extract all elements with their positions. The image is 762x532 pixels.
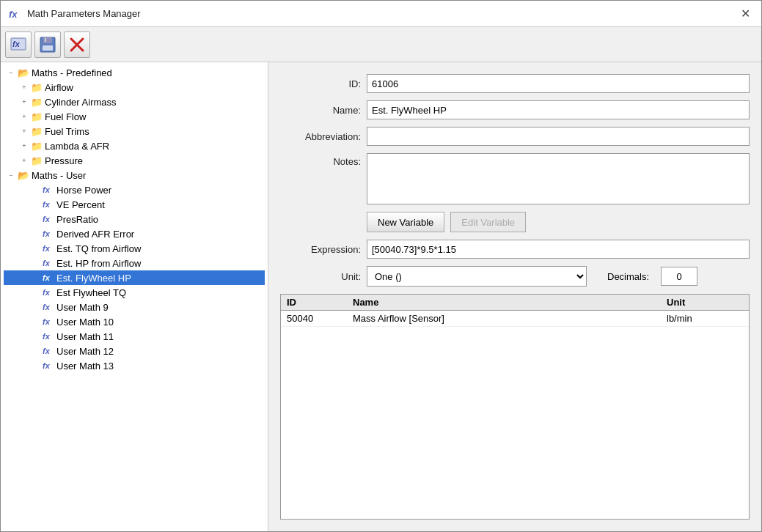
decimals-field[interactable] — [661, 267, 697, 286]
tree-item-horse-power[interactable]: + fx Horse Power — [4, 182, 265, 197]
tree-item-presratio[interactable]: + fx PresRatio — [4, 212, 265, 226]
expression-row: Expression: — [280, 240, 750, 259]
tree-item-user-math-11-label: User Math 11 — [56, 331, 114, 342]
tree-item-presratio-label: PresRatio — [56, 214, 98, 225]
edit-variable-button[interactable]: Edit Variable — [450, 212, 526, 232]
tree-item-est-hp-from-airflow-label: Est. HP from Airflow — [56, 258, 141, 269]
fx-icon-est-flywheel-tq: fx — [42, 287, 55, 298]
tree-item-derived-afr-error[interactable]: + fx Derived AFR Error — [4, 226, 265, 241]
tree-item-user-math-11[interactable]: + fx User Math 11 — [4, 329, 265, 344]
tree-item-user-math-12[interactable]: + fx User Math 12 — [4, 344, 265, 358]
toggle-airflow[interactable]: + — [18, 81, 30, 93]
tree-item-est-flywheel-hp[interactable]: + fx Est. FlyWheel HP — [4, 270, 265, 285]
svg-text:fx: fx — [43, 185, 51, 194]
id-label: ID: — [280, 78, 361, 89]
tree-item-user-math-10-label: User Math 10 — [56, 317, 114, 328]
tree-item-lambda-afr[interactable]: + 📁 Lambda & AFR — [4, 138, 265, 153]
new-variable-button[interactable]: New Variable — [367, 212, 444, 232]
toggle-user[interactable]: − — [5, 169, 17, 181]
main-window: fx Math Parameters Manager ✕ fx — [0, 0, 762, 532]
notes-field[interactable] — [367, 153, 750, 204]
toolbar: fx — [1, 27, 761, 62]
tree-item-est-flywheel-tq-label: Est Flywheel TQ — [56, 287, 126, 298]
tree-item-user-math-10[interactable]: + fx User Math 10 — [4, 314, 265, 329]
fx-icon-est-flywheel-hp: fx — [42, 272, 55, 284]
abbreviation-field[interactable] — [367, 127, 750, 146]
unit-row: Unit: One () Decimals: — [280, 266, 750, 287]
tree-item-user-math-13-label: User Math 13 — [56, 361, 114, 372]
svg-text:fx: fx — [43, 229, 51, 238]
col-unit-header: Unit — [661, 297, 749, 308]
tree-item-fuel-flow-label: Fuel Flow — [45, 111, 86, 122]
table-row[interactable]: 50040 Mass Airflow [Sensor] lb/min — [281, 311, 749, 327]
tree-item-est-flywheel-tq[interactable]: + fx Est Flywheel TQ — [4, 285, 265, 300]
toggle-lambda-afr[interactable]: + — [18, 140, 30, 152]
tree-item-ve-percent[interactable]: + fx VE Percent — [4, 197, 265, 212]
tree-item-fuel-trims[interactable]: + 📁 Fuel Trims — [4, 124, 265, 138]
name-label: Name: — [280, 105, 361, 116]
folder-icon-airflow: 📁 — [30, 81, 43, 93]
cell-name-0: Mass Airflow [Sensor] — [347, 313, 661, 324]
fx-icon-user-math-12: fx — [42, 345, 55, 357]
save-button[interactable] — [34, 32, 61, 58]
expression-field[interactable] — [367, 240, 750, 259]
svg-text:fx: fx — [9, 9, 18, 20]
delete-button[interactable] — [64, 32, 90, 58]
name-field[interactable] — [367, 100, 750, 119]
tree-item-fuel-flow[interactable]: + 📁 Fuel Flow — [4, 109, 265, 124]
fx-icon-user-math-9: fx — [42, 301, 55, 313]
tree-group-user[interactable]: − 📂 Maths - User — [4, 168, 265, 182]
toggle-fuel-flow[interactable]: + — [18, 111, 30, 122]
table-header: ID Name Unit — [281, 295, 749, 311]
folder-icon-lambda-afr: 📁 — [30, 140, 43, 152]
tree-item-est-tq-from-airflow-label: Est. TQ from Airflow — [56, 243, 141, 254]
decimals-label: Decimals: — [607, 271, 649, 282]
tree-item-user-math-9[interactable]: + fx User Math 9 — [4, 300, 265, 314]
svg-text:fx: fx — [43, 303, 51, 311]
fx-icon-horse-power: fx — [42, 184, 55, 196]
tree-item-cylinder-airmass[interactable]: + 📁 Cylinder Airmass — [4, 95, 265, 109]
tree-item-est-hp-from-airflow[interactable]: + fx Est. HP from Airflow — [4, 256, 265, 270]
tree-group-predefined[interactable]: − 📂 Maths - Predefined — [4, 65, 265, 80]
tree-item-pressure[interactable]: + 📁 Pressure — [4, 153, 265, 168]
cell-id-0: 50040 — [281, 313, 347, 324]
fx-icon-presratio: fx — [42, 213, 55, 225]
toggle-pressure[interactable]: + — [18, 155, 30, 166]
svg-text:fx: fx — [43, 317, 51, 326]
close-button[interactable]: ✕ — [736, 5, 754, 23]
toggle-fuel-trims[interactable]: + — [18, 125, 30, 137]
variables-table: ID Name Unit 50040 Mass Airflow [Sensor]… — [280, 294, 750, 520]
folder-icon-fuel-trims: 📁 — [30, 125, 43, 137]
title-bar: fx Math Parameters Manager ✕ — [1, 1, 761, 27]
tree-item-airflow[interactable]: + 📁 Airflow — [4, 80, 265, 95]
id-row: ID: — [280, 74, 750, 93]
svg-text:fx: fx — [12, 40, 21, 48]
tree-item-user-math-12-label: User Math 12 — [56, 346, 114, 357]
svg-rect-4 — [43, 37, 52, 43]
svg-text:fx: fx — [43, 361, 51, 370]
svg-text:fx: fx — [43, 200, 51, 209]
tree-item-user-math-13[interactable]: + fx User Math 13 — [4, 358, 265, 373]
svg-text:fx: fx — [43, 273, 51, 282]
col-id-header: ID — [281, 297, 347, 308]
fx-icon-est-tq-from-airflow: fx — [42, 243, 55, 254]
title-bar-left: fx Math Parameters Manager — [8, 7, 141, 21]
tree-item-est-tq-from-airflow[interactable]: + fx Est. TQ from Airflow — [4, 241, 265, 256]
folder-icon-predefined: 📂 — [17, 67, 30, 78]
svg-text:fx: fx — [43, 332, 51, 341]
toggle-predefined[interactable]: − — [5, 67, 17, 78]
new-math-button[interactable]: fx — [5, 32, 32, 58]
tree-item-fuel-trims-label: Fuel Trims — [45, 126, 89, 137]
tree-item-lambda-afr-label: Lambda & AFR — [45, 141, 109, 152]
unit-select[interactable]: One () — [367, 266, 587, 287]
expression-label: Expression: — [280, 244, 361, 255]
toggle-cylinder-airmass[interactable]: + — [18, 96, 30, 108]
tree-group-predefined-label: Maths - Predefined — [32, 67, 112, 78]
id-field[interactable] — [367, 74, 750, 93]
notes-label: Notes: — [280, 153, 361, 167]
svg-text:fx: fx — [43, 288, 51, 297]
svg-rect-5 — [43, 45, 53, 51]
tree-item-horse-power-label: Horse Power — [56, 185, 111, 196]
fx-icon-user-math-13: fx — [42, 360, 55, 372]
col-name-header: Name — [347, 297, 661, 308]
